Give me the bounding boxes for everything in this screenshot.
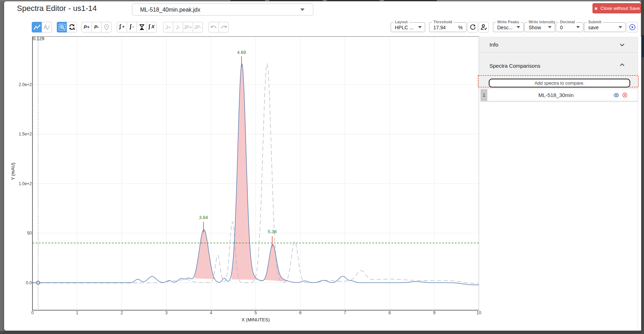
svg-text:2: 2 [121, 310, 123, 315]
svg-text:50: 50 [27, 231, 32, 236]
svg-text:9: 9 [433, 310, 435, 315]
svg-text:6: 6 [299, 310, 302, 315]
svg-text:1.0e+2: 1.0e+2 [19, 181, 32, 186]
svg-text:7: 7 [344, 310, 346, 315]
svg-text:0: 0 [31, 310, 34, 315]
svg-text:4: 4 [210, 310, 212, 315]
svg-text:8: 8 [389, 310, 391, 315]
svg-text:10: 10 [476, 310, 481, 315]
svg-text:3: 3 [165, 310, 168, 315]
svg-text:x: x [624, 93, 626, 97]
svg-text:2.0e+2: 2.0e+2 [19, 82, 32, 87]
svg-text:1.5e+2: 1.5e+2 [19, 132, 32, 136]
svg-text:0.129: 0.129 [33, 36, 44, 41]
svg-text:Y (mAU): Y (mAU) [10, 163, 16, 180]
svg-text:0.0: 0.0 [26, 280, 32, 285]
svg-text:5: 5 [254, 310, 257, 315]
svg-text:X (MINUTES): X (MINUTES) [242, 317, 270, 322]
svg-text:4.69: 4.69 [237, 50, 246, 55]
svg-text:5.38: 5.38 [268, 229, 277, 234]
svg-text:1: 1 [76, 310, 78, 315]
svg-text:3.84: 3.84 [199, 215, 208, 220]
